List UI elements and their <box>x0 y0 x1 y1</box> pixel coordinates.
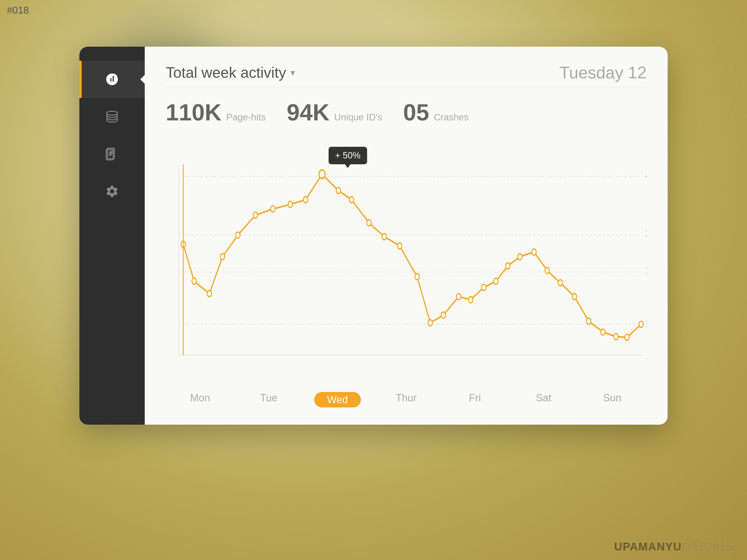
svg-text:3.23: 3.23 <box>645 227 647 240</box>
day-label-sat[interactable]: Sat <box>520 392 567 407</box>
page-title: Total week activity <box>166 64 286 81</box>
day-label-sun[interactable]: Sun <box>589 392 636 407</box>
chevron-down-icon: ▾ <box>290 67 295 78</box>
day-label-fri[interactable]: Fri <box>452 392 498 407</box>
main-card: Total week activity ▾ Tuesday 12 110K Pa… <box>79 47 668 425</box>
svg-point-34 <box>415 273 419 279</box>
day-label-wed[interactable]: Wed <box>314 392 361 407</box>
svg-point-35 <box>428 320 433 326</box>
svg-point-45 <box>558 280 563 286</box>
svg-point-25 <box>271 206 275 212</box>
svg-point-48 <box>601 329 605 335</box>
stat-number-page-hits: 110K <box>166 99 222 126</box>
main-content: Total week activity ▾ Tuesday 12 110K Pa… <box>145 47 668 425</box>
stat-unique-ids: 94K Unique ID's <box>287 99 382 126</box>
svg-point-24 <box>253 212 258 218</box>
svg-point-22 <box>221 254 225 260</box>
chart-icon <box>103 70 121 89</box>
svg-point-44 <box>545 267 549 273</box>
stat-label-crashes: Crashes <box>434 112 468 123</box>
svg-point-27 <box>304 197 308 203</box>
svg-text:2.3: 2.3 <box>645 264 647 277</box>
svg-text:1: 1 <box>645 316 647 329</box>
svg-point-39 <box>482 285 486 291</box>
svg-point-32 <box>382 234 387 240</box>
svg-point-40 <box>494 278 498 284</box>
svg-point-30 <box>350 197 354 203</box>
svg-point-36 <box>441 312 446 318</box>
sidebar-item-database[interactable] <box>79 98 145 135</box>
svg-point-26 <box>288 202 292 208</box>
svg-point-37 <box>456 294 461 300</box>
day-label-tue[interactable]: Tue <box>246 392 292 407</box>
chart-line <box>183 174 641 338</box>
watermark-top: #018 <box>7 5 29 16</box>
document-icon <box>103 145 121 163</box>
date-display: Tuesday 12 <box>559 63 647 82</box>
svg-point-42 <box>518 254 522 260</box>
stats-row: 110K Page-hits 94K Unique ID's 05 Crashe… <box>166 99 647 126</box>
stat-number-crashes: 05 <box>403 99 429 126</box>
sidebar-item-document[interactable] <box>79 135 145 173</box>
svg-point-20 <box>192 278 196 284</box>
svg-point-46 <box>572 294 577 300</box>
title-dropdown[interactable]: Total week activity ▾ <box>166 64 295 81</box>
chart-area: + 50% 4.7 3.23 2.3 1 <box>166 140 647 411</box>
svg-point-41 <box>506 263 510 269</box>
sidebar-item-chart[interactable] <box>79 61 145 98</box>
header-row: Total week activity ▾ Tuesday 12 <box>166 63 647 82</box>
svg-point-0 <box>107 111 118 115</box>
svg-point-50 <box>625 334 629 340</box>
stat-label-page-hits: Page-hits <box>226 112 266 123</box>
svg-point-28 <box>319 170 325 179</box>
settings-icon <box>103 182 121 201</box>
stat-crashes: 05 Crashes <box>403 99 468 126</box>
line-chart: 4.7 3.23 2.3 1 <box>166 140 647 392</box>
svg-point-49 <box>614 334 618 340</box>
sidebar <box>79 47 145 425</box>
svg-point-47 <box>587 318 591 324</box>
svg-point-43 <box>532 249 536 255</box>
svg-point-38 <box>468 297 473 303</box>
day-labels: Mon Tue Wed Thur Fri Sat Sun <box>166 392 647 407</box>
stat-number-unique-ids: 94K <box>287 99 329 126</box>
stat-page-hits: 110K Page-hits <box>166 99 266 126</box>
svg-point-51 <box>639 321 643 327</box>
stat-label-unique-ids: Unique ID's <box>334 112 382 123</box>
svg-point-21 <box>207 291 212 297</box>
svg-point-29 <box>336 187 341 193</box>
day-label-thur[interactable]: Thur <box>383 392 430 407</box>
svg-point-33 <box>397 243 402 249</box>
header-divider <box>166 87 647 87</box>
sidebar-item-settings[interactable] <box>79 173 145 210</box>
database-icon <box>103 107 121 126</box>
svg-point-23 <box>236 232 240 238</box>
svg-point-31 <box>367 220 371 226</box>
watermark-bottom: UPAMANYUDAS2015 <box>614 540 733 553</box>
svg-text:4.7: 4.7 <box>645 169 647 182</box>
day-label-mon[interactable]: Mon <box>177 392 224 407</box>
